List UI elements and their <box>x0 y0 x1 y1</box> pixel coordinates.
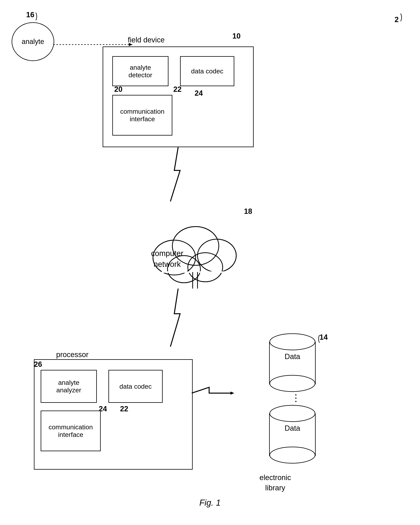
svg-point-23 <box>270 405 315 422</box>
processor-label: processor <box>56 350 88 359</box>
ref-24-top: 24 <box>195 89 203 97</box>
analyte-detector-box: analyte detector <box>112 56 168 86</box>
fig-caption: Fig. 1 <box>0 498 420 507</box>
svg-point-22 <box>270 375 315 392</box>
dots-separator: ⋮ <box>289 392 304 403</box>
ref-2-bracket <box>389 12 404 23</box>
ref-18: 18 <box>244 207 252 216</box>
analyte-analyzer-box: analyte analyzer <box>41 370 97 403</box>
ref-16-bracket <box>34 11 49 20</box>
ref-26: 26 <box>34 360 42 368</box>
electronic-library-label: electroniclibrary <box>260 472 291 493</box>
ref-22-bottom: 22 <box>120 405 128 413</box>
ref-10: 10 <box>232 32 241 40</box>
data-codec-top-label: data codec <box>191 67 223 75</box>
cloud-shape <box>136 203 252 291</box>
ref-22-top: 22 <box>173 85 181 94</box>
data-bottom-label: Data <box>269 424 316 432</box>
comm-interface-bottom-label: communication interface <box>49 423 93 439</box>
analyte-circle: analyte <box>12 22 54 61</box>
field-device-label: field device <box>128 36 165 44</box>
ref-20: 20 <box>114 85 122 94</box>
analyte-analyzer-label: analyte analyzer <box>56 379 81 394</box>
lightning-top <box>168 147 188 205</box>
data-codec-top-box: data codec <box>180 56 234 86</box>
data-codec-bottom-label: data codec <box>120 383 152 390</box>
data-top-label: Data <box>269 352 316 361</box>
analyte-label: analyte <box>22 38 44 46</box>
svg-marker-20 <box>230 392 234 395</box>
svg-point-24 <box>270 447 315 463</box>
lightning-bottom <box>168 289 188 350</box>
comm-interface-top-box: communication interface <box>112 95 172 136</box>
data-codec-bottom-box: data codec <box>108 370 163 403</box>
diagram: 2 10 16 analyte field device analyte det… <box>0 0 420 525</box>
svg-point-21 <box>270 334 315 350</box>
computer-network-label: computercomputer networknetwork <box>151 248 183 270</box>
analyte-detector-label: analyte detector <box>129 64 152 79</box>
comm-interface-top-label: communication interface <box>120 108 165 123</box>
lightning-side <box>192 384 240 403</box>
ref-14-bracket <box>314 333 329 345</box>
ref-16: 16 <box>26 11 34 19</box>
comm-interface-bottom-box: communication interface <box>41 411 101 451</box>
